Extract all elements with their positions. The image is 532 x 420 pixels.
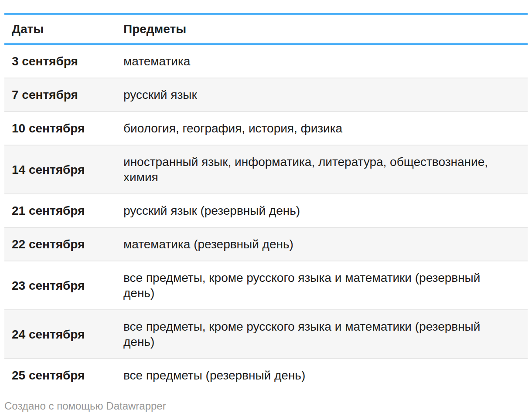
date-cell: 3 сентября (4, 44, 123, 78)
date-cell: 21 сентября (4, 194, 123, 227)
date-cell: 22 сентября (4, 227, 123, 261)
header-row: Даты Предметы (4, 14, 528, 44)
subjects-cell: математика (резервный день) (123, 227, 528, 261)
table-body: 3 сентября математика 7 сентября русский… (4, 44, 528, 392)
date-cell: 25 сентября (4, 359, 123, 392)
subjects-cell: иностранный язык, информатика, литератур… (123, 145, 528, 194)
column-header-subjects: Предметы (123, 14, 528, 44)
table-row: 21 сентября русский язык (резервный день… (4, 194, 528, 227)
date-cell: 24 сентября (4, 310, 123, 359)
date-cell: 14 сентября (4, 145, 123, 194)
exam-schedule-table: Даты Предметы 3 сентября математика 7 се… (4, 13, 528, 392)
table-header: Даты Предметы (4, 14, 528, 44)
date-cell: 10 сентября (4, 112, 123, 145)
subjects-cell: все предметы, кроме русского языка и мат… (123, 310, 528, 359)
table-row: 7 сентября русский язык (4, 78, 528, 112)
attribution: Создано с помощью Datawrapper (4, 400, 528, 413)
datawrapper-attribution-link[interactable]: Datawrapper (106, 400, 166, 412)
subjects-cell: все предметы (резервный день) (123, 359, 528, 392)
subjects-cell: все предметы, кроме русского языка и мат… (123, 261, 528, 310)
table-row: 23 сентября все предметы, кроме русского… (4, 261, 528, 310)
table-row: 25 сентября все предметы (резервный день… (4, 359, 528, 392)
attribution-prefix: Создано с помощью (4, 400, 106, 412)
table-row: 3 сентября математика (4, 44, 528, 78)
table-row: 10 сентября биология, география, история… (4, 112, 528, 145)
date-cell: 7 сентября (4, 78, 123, 112)
table-row: 24 сентября все предметы, кроме русского… (4, 310, 528, 359)
table-row: 22 сентября математика (резервный день) (4, 227, 528, 261)
table-row: 14 сентября иностранный язык, информатик… (4, 145, 528, 194)
datawrapper-table-embed: Даты Предметы 3 сентября математика 7 се… (0, 0, 532, 413)
subjects-cell: биология, география, история, физика (123, 112, 528, 145)
subjects-cell: русский язык (123, 78, 528, 112)
subjects-cell: русский язык (резервный день) (123, 194, 528, 227)
date-cell: 23 сентября (4, 261, 123, 310)
subjects-cell: математика (123, 44, 528, 78)
column-header-dates: Даты (4, 14, 123, 44)
